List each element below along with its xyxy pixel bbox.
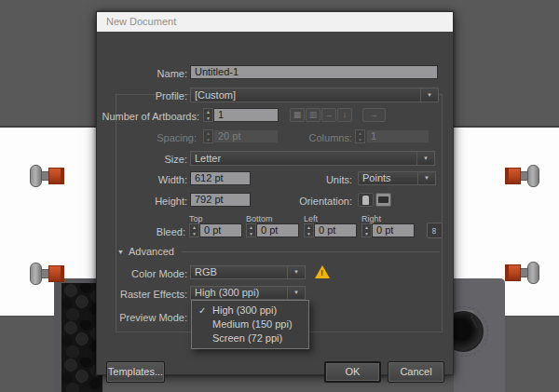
spacing-input: 20 pt bbox=[213, 129, 279, 143]
units-dropdown[interactable]: Points ▼ bbox=[358, 171, 436, 185]
bleed-top-stepper[interactable]: ▲▼ bbox=[189, 223, 199, 237]
artboard-grid-by-row-icon[interactable]: ▦ bbox=[290, 108, 305, 122]
width-input[interactable]: 612 pt bbox=[190, 171, 251, 185]
peg-cap bbox=[527, 165, 539, 187]
advanced-section-toggle[interactable]: Advanced bbox=[129, 246, 174, 257]
units-label: Units: bbox=[265, 174, 352, 185]
check-icon: ✓ bbox=[198, 304, 206, 318]
peg-barrel bbox=[48, 265, 64, 282]
advanced-collapse-icon[interactable]: ▼ bbox=[117, 249, 124, 255]
raster-effects-value: High (300 ppi) bbox=[195, 287, 259, 298]
peg-barrel bbox=[505, 264, 521, 281]
link-icon: ∞ bbox=[429, 227, 439, 234]
height-input[interactable]: 792 pt bbox=[190, 193, 251, 207]
raster-effects-label: Raster Effects: bbox=[97, 289, 187, 300]
templates-button[interactable]: Templates... bbox=[106, 361, 165, 383]
right-peg-bottom bbox=[497, 262, 539, 284]
spinner-down-icon[interactable]: ▼ bbox=[204, 115, 212, 122]
bleed-right-input[interactable]: 0 pt bbox=[372, 223, 415, 237]
name-label: Name: bbox=[97, 68, 187, 79]
profile-label: Profile: bbox=[97, 90, 187, 101]
artboard-layout-direction-icon[interactable]: → bbox=[362, 108, 386, 122]
columns-label: Columns: bbox=[283, 132, 352, 143]
columns-stepper: ▲ ▼ bbox=[355, 129, 365, 143]
ok-button[interactable]: OK bbox=[324, 361, 381, 383]
preview-mode-label: Preview Mode: bbox=[97, 312, 187, 323]
advanced-divider bbox=[181, 251, 440, 252]
bleed-top-label: Top bbox=[189, 214, 203, 223]
size-label: Size: bbox=[97, 154, 187, 165]
peg-cap bbox=[527, 262, 539, 284]
bleed-right-label: Right bbox=[361, 214, 381, 223]
bleed-bottom-stepper[interactable]: ▲▼ bbox=[246, 223, 256, 237]
menu-item-label: Screen (72 ppi) bbox=[212, 332, 282, 344]
warning-icon: ! bbox=[315, 265, 330, 278]
dialog-title[interactable]: New Document bbox=[97, 12, 453, 32]
orientation-portrait-button[interactable] bbox=[358, 193, 374, 207]
bleed-left-input[interactable]: 0 pt bbox=[314, 223, 357, 237]
spacing-label: Spacing: bbox=[97, 132, 197, 143]
profile-dropdown[interactable]: [Custom] ▼ bbox=[190, 88, 439, 102]
size-value: Letter bbox=[195, 153, 221, 164]
orientation-landscape-button[interactable] bbox=[375, 193, 391, 207]
spinner-down-icon[interactable]: ▼ bbox=[247, 231, 255, 237]
raster-effects-dropdown[interactable]: High (300 ppi) ▼ bbox=[190, 286, 306, 300]
chevron-down-icon[interactable]: ▼ bbox=[287, 287, 305, 299]
chevron-down-icon[interactable]: ▼ bbox=[287, 266, 305, 278]
size-dropdown[interactable]: Letter ▼ bbox=[190, 151, 435, 166]
cancel-button[interactable]: Cancel bbox=[388, 361, 444, 383]
artboards-stepper[interactable]: ▲ ▼ bbox=[203, 108, 213, 122]
units-value: Points bbox=[362, 172, 391, 183]
bleed-bottom-label: Bottom bbox=[246, 214, 273, 223]
landscape-icon bbox=[378, 196, 389, 203]
color-mode-value: RGB bbox=[195, 266, 217, 277]
bleed-link-button[interactable]: ∞ bbox=[427, 223, 443, 238]
name-input[interactable]: Untitled-1 bbox=[190, 65, 438, 79]
dialog-body: Name: Untitled-1 Profile: [Custom] ▼ Num… bbox=[97, 32, 453, 374]
menu-item-medium[interactable]: Medium (150 ppi) bbox=[192, 318, 308, 331]
width-label: Width: bbox=[97, 174, 187, 185]
menu-item-label: Medium (150 ppi) bbox=[212, 318, 293, 330]
chevron-down-icon[interactable]: ▼ bbox=[420, 88, 438, 101]
height-label: Height: bbox=[97, 196, 187, 207]
color-mode-dropdown[interactable]: RGB ▼ bbox=[190, 265, 306, 279]
right-peg-top bbox=[497, 165, 539, 187]
spacing-stepper: ▲ ▼ bbox=[203, 129, 213, 143]
menu-item-high[interactable]: ✓ High (300 ppi) bbox=[192, 304, 308, 318]
chevron-down-icon[interactable]: ▼ bbox=[416, 152, 434, 165]
artboard-arrange-by-row-icon[interactable]: → bbox=[321, 108, 336, 122]
spinner-down-icon[interactable]: ▼ bbox=[362, 231, 371, 237]
spinner-down-icon: ▼ bbox=[204, 137, 212, 143]
bleed-left-stepper[interactable]: ▲▼ bbox=[304, 223, 314, 237]
orientation-label: Orientation: bbox=[265, 196, 352, 207]
screen: New Document Name: Untitled-1 Profile: [… bbox=[0, 0, 559, 392]
menu-item-screen[interactable]: Screen (72 ppi) bbox=[192, 331, 308, 345]
columns-input: 1 bbox=[366, 129, 429, 143]
profile-value: [Custom] bbox=[195, 89, 236, 101]
left-peg-bottom bbox=[30, 263, 73, 285]
chevron-down-icon[interactable]: ▼ bbox=[417, 172, 435, 184]
spinner-down-icon: ▼ bbox=[356, 137, 364, 143]
spinner-down-icon[interactable]: ▼ bbox=[305, 231, 313, 237]
spinner-down-icon[interactable]: ▼ bbox=[190, 231, 198, 237]
bleed-left-label: Left bbox=[304, 214, 318, 223]
artboard-grid-by-column-icon[interactable]: ▥ bbox=[306, 108, 320, 122]
peg-barrel bbox=[48, 168, 64, 184]
artboards-label: Number of Artboards: bbox=[97, 111, 199, 122]
bleed-right-stepper[interactable]: ▲▼ bbox=[361, 223, 372, 237]
bleed-top-input[interactable]: 0 pt bbox=[199, 223, 242, 237]
warning-exclamation: ! bbox=[320, 268, 323, 277]
color-mode-label: Color Mode: bbox=[97, 268, 187, 279]
bleed-bottom-input[interactable]: 0 pt bbox=[256, 223, 299, 237]
bleed-label: Bleed: bbox=[97, 226, 185, 237]
portrait-icon bbox=[362, 196, 369, 205]
menu-item-label: High (300 ppi) bbox=[212, 304, 277, 316]
artboards-input[interactable]: 1 bbox=[213, 108, 279, 122]
artboard-arrange-by-column-icon[interactable]: ↓ bbox=[337, 108, 352, 122]
peg-barrel bbox=[505, 168, 521, 184]
new-document-dialog: New Document Name: Untitled-1 Profile: [… bbox=[96, 11, 454, 375]
preview-mode-menu: ✓ High (300 ppi) Medium (150 ppi) Screen… bbox=[191, 300, 309, 349]
left-peg-top bbox=[30, 165, 73, 187]
